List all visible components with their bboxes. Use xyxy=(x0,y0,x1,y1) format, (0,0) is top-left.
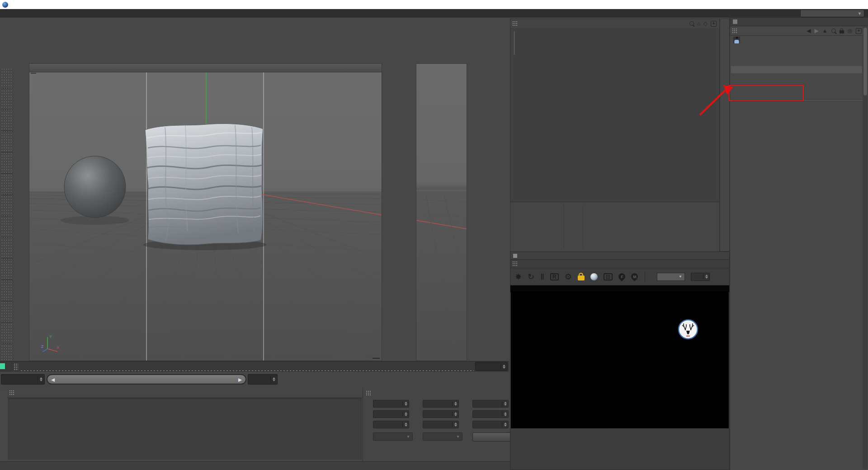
viewport-canvas[interactable]: Y X Z xyxy=(29,72,382,361)
viewport-extension[interactable] xyxy=(416,63,467,361)
position-z-field[interactable] xyxy=(373,421,409,428)
live-viewer-titlebar[interactable] xyxy=(510,252,729,260)
gpu-temp xyxy=(585,429,608,436)
start-frame-stepper[interactable] xyxy=(1,374,45,385)
cloth-tag-icon xyxy=(733,37,740,43)
viewport-3d-scene xyxy=(29,72,382,361)
forward-icon[interactable]: ▶ xyxy=(814,28,818,34)
attributes-menubar: ◀ ▶ ▲ ◎ + xyxy=(730,26,868,36)
axis-z-label: Z xyxy=(41,344,44,349)
frame-range-slider[interactable]: ◀ ▶ xyxy=(47,374,246,385)
timeline-playhead[interactable] xyxy=(0,363,5,369)
eye-icon[interactable]: ◇ xyxy=(703,20,708,27)
render-region-icon[interactable]: ⊡ xyxy=(604,273,613,280)
rotation-b-field[interactable] xyxy=(472,421,509,428)
window-titlebar xyxy=(0,0,868,9)
current-frame-stepper[interactable] xyxy=(475,362,508,371)
size-x-field[interactable] xyxy=(423,400,459,408)
reset-icon[interactable]: R xyxy=(550,273,559,280)
live-viewer-menubar xyxy=(510,260,729,268)
rotation-p-field[interactable] xyxy=(472,410,509,418)
view-label[interactable] xyxy=(31,73,36,74)
section-header[interactable] xyxy=(731,66,862,73)
size-y-field[interactable] xyxy=(423,410,459,418)
maxon-branding xyxy=(0,394,7,462)
material-list-area[interactable] xyxy=(8,398,362,460)
resolution-lock-icon[interactable] xyxy=(578,275,585,280)
refresh-icon[interactable]: ↻ xyxy=(528,273,534,281)
panel-icon xyxy=(733,19,737,24)
add-view-icon[interactable]: + xyxy=(711,21,717,27)
object-manager-empty-area[interactable] xyxy=(510,202,719,252)
attributes-header[interactable] xyxy=(730,18,868,26)
material-picker-icon[interactable]: M xyxy=(630,272,639,281)
gpu-outofcore-row xyxy=(511,437,606,443)
object-manager-handle[interactable] xyxy=(512,21,518,26)
timeline-ruler[interactable] xyxy=(0,361,509,372)
tag-title-row xyxy=(730,36,868,44)
interface-dropdown[interactable]: ▼ xyxy=(800,9,864,17)
stepper-arrows-icon[interactable] xyxy=(38,376,42,383)
pause-icon[interactable]: Ⅱ xyxy=(540,273,544,281)
position-x-field[interactable] xyxy=(373,400,409,408)
attributes-handle[interactable] xyxy=(732,28,737,33)
render-status-bar xyxy=(511,459,729,466)
gpu-buffers-row xyxy=(511,444,606,450)
gpu-name xyxy=(511,429,559,436)
watermark-badge xyxy=(677,318,699,340)
cinema4d-window: ▼ xyxy=(0,0,868,470)
coordinates-manager: ▼ ▼ xyxy=(363,388,510,461)
channel-value-stepper[interactable] xyxy=(691,273,710,281)
restart-render-icon[interactable]: ✸ xyxy=(515,273,522,281)
octane-live-viewer: ✸ ↻ Ⅱ R ⚙ ⊡ F M ▼ xyxy=(510,252,730,470)
object-list[interactable] xyxy=(510,28,719,202)
gpu-vram-row xyxy=(511,451,607,457)
home-icon[interactable]: ⌂ xyxy=(697,20,700,27)
viewport-extension-scene xyxy=(416,64,467,361)
transport-bar: ◀ ▶ xyxy=(0,372,509,388)
live-viewer-toolbar: ✸ ↻ Ⅱ R ⚙ ⊡ F M ▼ xyxy=(510,268,729,285)
main-menubar: ▼ xyxy=(0,9,868,18)
object-manager-menubar: ⌂ ◇ + xyxy=(510,19,719,28)
live-viewer-handle[interactable] xyxy=(512,261,518,266)
object-manager: ⌂ ◇ + xyxy=(510,19,720,252)
attributes-scrollbar[interactable] xyxy=(863,27,868,469)
viewport-menubar xyxy=(29,64,382,72)
chevron-down-icon: ▼ xyxy=(858,11,862,16)
viewport-panel: Y X Z xyxy=(29,63,382,361)
status-bar xyxy=(0,461,510,470)
size-mode-dropdown[interactable]: ▼ xyxy=(423,432,462,441)
back-icon[interactable]: ◀ xyxy=(807,28,811,34)
position-y-field[interactable] xyxy=(373,410,409,418)
settings-gear-icon[interactable]: ⚙ xyxy=(565,273,572,281)
range-start-label: ◀ xyxy=(51,377,55,382)
axis-gizmo: Y X Z xyxy=(40,333,60,354)
render-canvas[interactable] xyxy=(511,291,729,428)
apply-button[interactable] xyxy=(472,432,510,442)
search-icon[interactable] xyxy=(831,28,836,33)
search-icon[interactable] xyxy=(689,21,694,26)
rotation-h-field[interactable] xyxy=(472,400,509,408)
grid-spacing-label xyxy=(373,358,380,359)
palette-handle-strip[interactable] xyxy=(1,68,13,385)
lock-icon[interactable] xyxy=(840,30,844,33)
coordinate-space-dropdown[interactable]: ▼ xyxy=(373,432,413,441)
timeline-handle[interactable] xyxy=(14,363,18,370)
target-icon[interactable]: ◎ xyxy=(848,28,852,34)
axis-y-label: Y xyxy=(49,334,52,339)
manager-side-tabs xyxy=(720,19,730,252)
material-manager xyxy=(7,388,363,461)
material-ball-icon[interactable] xyxy=(590,273,598,280)
size-z-field[interactable] xyxy=(423,421,459,428)
stepper-arrows-icon[interactable] xyxy=(270,376,275,383)
channel-dropdown[interactable]: ▼ xyxy=(657,273,685,281)
focus-picker-icon[interactable]: F xyxy=(617,272,627,281)
stepper-arrows-icon[interactable] xyxy=(500,364,505,370)
range-end-label: ▶ xyxy=(238,377,242,382)
material-manager-handle[interactable] xyxy=(9,390,14,395)
end-frame-stepper[interactable] xyxy=(248,374,278,385)
up-icon[interactable]: ▲ xyxy=(822,28,828,34)
add-panel-icon[interactable]: + xyxy=(856,28,862,34)
coordinates-handle[interactable] xyxy=(366,390,371,396)
app-icon xyxy=(2,2,8,8)
